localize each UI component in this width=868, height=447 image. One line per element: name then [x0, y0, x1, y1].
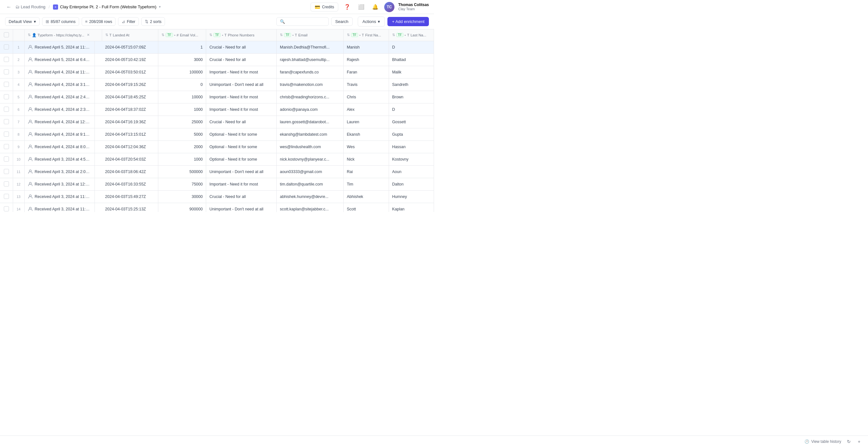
search-box[interactable]: 🔍	[276, 17, 329, 26]
row-source-text: Received April 3, 2024 at 11:5...	[35, 195, 91, 199]
row-source[interactable]: Received April 3, 2024 at 11:5...	[25, 190, 95, 203]
row-checkbox[interactable]	[4, 194, 9, 199]
row-source-text: Received April 4, 2024 at 9:17 ...	[35, 132, 91, 137]
row-first-name: Lauren	[343, 116, 389, 128]
row-checkbox-cell[interactable]	[0, 141, 13, 153]
row-last-name: Gossett	[389, 116, 434, 128]
row-checkbox-cell[interactable]	[0, 66, 13, 78]
row-number: 13	[13, 190, 24, 203]
row-checkbox-cell[interactable]	[0, 190, 13, 203]
view-selector[interactable]: Default View ▾	[5, 17, 39, 26]
row-checkbox[interactable]	[4, 144, 9, 149]
th-email-tf: TF	[284, 33, 291, 37]
row-checkbox[interactable]	[4, 94, 9, 99]
th-email-vol[interactable]: ⇅ TF • # Email Vol...	[158, 29, 206, 41]
th-last-name[interactable]: ⇅ TF • T Last Na...	[389, 29, 434, 41]
row-checkbox[interactable]	[4, 181, 9, 186]
row-checkbox-cell[interactable]	[0, 128, 13, 141]
row-source[interactable]: Received April 5, 2024 at 11:0...	[25, 41, 95, 53]
row-checkbox-cell[interactable]	[0, 116, 13, 128]
th-phone-numbers[interactable]: ⇅ TF • T Phone Numbers	[206, 29, 277, 41]
row-first-name: Rajesh	[343, 53, 389, 66]
row-checkbox-cell[interactable]	[0, 178, 13, 190]
folder-nav[interactable]: 🗂 Lead Routing	[15, 4, 45, 9]
help-button[interactable]: ❓	[342, 2, 352, 12]
th-first-name[interactable]: ⇅ TF • T First Na...	[343, 29, 389, 41]
th-sort-icon-phone: ⇅	[209, 33, 212, 37]
row-checkbox-cell[interactable]	[0, 53, 13, 66]
row-checkbox[interactable]	[4, 44, 9, 50]
row-source[interactable]: Received April 4, 2024 at 9:17 ...	[25, 128, 95, 141]
filter-btn[interactable]: ⊿ Filter	[118, 17, 139, 26]
row-source[interactable]: Received April 4, 2024 at 8:05...	[25, 141, 95, 153]
svg-point-0	[29, 45, 31, 47]
row-checkbox-cell[interactable]	[0, 41, 13, 53]
th-landed-at[interactable]: ⇅ T Landed At	[102, 29, 158, 41]
row-source[interactable]: Received April 4, 2024 at 3:17 ...	[25, 79, 95, 91]
row-email: tim.dalton@quartile.com	[276, 178, 343, 190]
row-checkbox[interactable]	[4, 57, 9, 62]
row-source[interactable]: Received April 4, 2024 at 2:48...	[25, 91, 95, 103]
table-body: 1 Received April 5, 2024 at 11:0... 2024…	[0, 41, 434, 212]
row-checkbox[interactable]	[4, 206, 9, 211]
credits-button[interactable]: 💳 Credits	[310, 3, 338, 11]
source-person-icon	[28, 132, 33, 137]
document-nav[interactable]: ≡ Clay Enterprise Pt. 2 - Full Form (Web…	[53, 4, 161, 9]
row-landed-at: 2024-04-05T15:07:09Z	[102, 41, 158, 53]
source-person-icon	[28, 144, 33, 149]
th-checkbox[interactable]	[0, 29, 13, 41]
sorts-btn[interactable]: ⇅ 2 sorts	[142, 17, 165, 26]
columns-stat[interactable]: ⊞ 85/87 columns	[42, 17, 79, 26]
back-button[interactable]: ←	[5, 3, 13, 11]
row-checkbox[interactable]	[4, 131, 9, 137]
th-source-close-icon[interactable]: ✕	[87, 33, 90, 37]
row-source[interactable]: Received April 3, 2024 at 4:55...	[25, 153, 95, 166]
row-checkbox-cell[interactable]	[0, 103, 13, 116]
row-checkbox[interactable]	[4, 107, 9, 112]
row-checkbox-cell[interactable]	[0, 166, 13, 178]
row-checkbox-cell[interactable]	[0, 78, 13, 91]
rows-stat[interactable]: ≡ 208/208 rows	[82, 17, 116, 26]
avatar-initials: TC	[387, 5, 392, 9]
row-checkbox[interactable]	[4, 69, 9, 74]
row-email-vol: 75000	[158, 178, 206, 190]
row-checkbox[interactable]	[4, 156, 9, 161]
th-source-label: Typeform - https://clayhq.ty...	[38, 33, 85, 37]
search-button[interactable]: Search	[331, 17, 352, 26]
actions-button[interactable]: Actions ▾	[358, 17, 385, 27]
row-source[interactable]: Received April 3, 2024 at 11:2...	[25, 203, 95, 212]
row-checkbox[interactable]	[4, 169, 9, 174]
row-landed-at: 2024-04-03T18:06:42Z	[102, 166, 158, 178]
row-number: 14	[13, 203, 24, 212]
avatar[interactable]: TC	[384, 2, 395, 12]
user-info[interactable]: Thomas Colitsas Clay Team	[398, 3, 429, 11]
th-email-vol-tf: TF	[166, 33, 173, 37]
nav-separator-1: /	[49, 4, 50, 9]
row-email: scott.kaplan@sitejabber.c...	[276, 203, 343, 212]
search-input[interactable]	[287, 19, 325, 24]
row-checkbox[interactable]	[4, 82, 9, 87]
row-checkbox[interactable]	[4, 119, 9, 124]
inbox-button[interactable]: ⬜	[356, 2, 366, 12]
row-source[interactable]: Received April 3, 2024 at 2:08...	[25, 166, 95, 178]
row-email: nick.kostovny@planyear.c...	[276, 153, 343, 166]
select-all-checkbox[interactable]	[4, 32, 9, 37]
row-source[interactable]: Received April 3, 2024 at 12:3...	[25, 178, 95, 190]
row-landed-at: 2024-04-04T18:37:02Z	[102, 103, 158, 116]
row-checkbox-cell[interactable]	[0, 91, 13, 103]
row-checkbox-cell[interactable]	[0, 153, 13, 166]
row-source[interactable]: Received April 4, 2024 at 11:51...	[25, 66, 95, 78]
row-source[interactable]: Received April 5, 2024 at 6:44...	[25, 54, 95, 66]
table-row: 3 Received April 4, 2024 at 11:51... 202…	[0, 66, 434, 78]
th-email[interactable]: ⇅ TF • T Email	[276, 29, 343, 41]
row-last-name: Dalton	[389, 178, 434, 190]
row-source[interactable]: Received April 4, 2024 at 12:2...	[25, 116, 95, 128]
th-source[interactable]: ⇅ 👤 Typeform - https://clayhq.ty... ✕	[24, 29, 102, 41]
add-enrichment-button[interactable]: + Add enrichment	[388, 17, 429, 26]
row-checkbox-cell[interactable]	[0, 203, 13, 212]
view-chevron-icon: ▾	[34, 19, 36, 24]
notification-button[interactable]: 🔔	[370, 2, 380, 12]
row-source[interactable]: Received April 4, 2024 at 2:39...	[25, 103, 95, 116]
row-landed-at: 2024-04-03T20:54:03Z	[102, 153, 158, 166]
sorts-label: 2 sorts	[150, 20, 161, 24]
